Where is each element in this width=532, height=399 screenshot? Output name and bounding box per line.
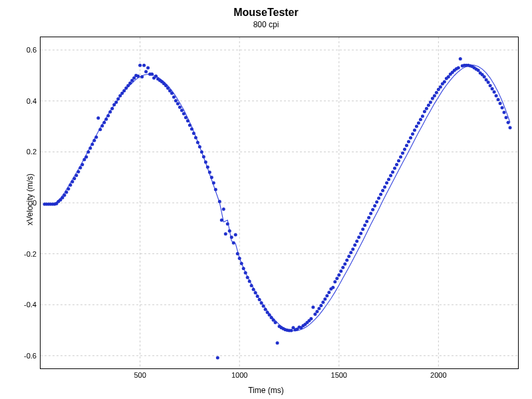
- svg-point-65: [150, 72, 154, 76]
- svg-point-47: [114, 100, 118, 104]
- svg-point-204: [427, 104, 430, 107]
- svg-point-114: [248, 279, 251, 283]
- svg-point-163: [345, 259, 348, 262]
- svg-point-146: [311, 306, 315, 309]
- svg-point-135: [289, 329, 293, 332]
- svg-point-160: [339, 269, 342, 273]
- svg-point-94: [208, 171, 211, 174]
- svg-point-26: [72, 177, 76, 180]
- svg-point-239: [497, 98, 500, 101]
- svg-point-235: [489, 84, 492, 87]
- plot-area[interactable]: 500100015002000-0.6-0.4-0.200.20.40.6: [40, 37, 519, 369]
- svg-point-108: [236, 252, 239, 255]
- svg-point-156: [331, 286, 334, 289]
- svg-point-81: [182, 112, 186, 115]
- svg-point-109: [238, 257, 241, 260]
- svg-point-192: [403, 148, 406, 151]
- svg-point-184: [387, 178, 390, 181]
- svg-point-85: [190, 127, 194, 130]
- svg-point-35: [90, 142, 94, 146]
- svg-point-27: [74, 174, 78, 177]
- svg-point-179: [377, 197, 380, 200]
- svg-point-75: [170, 92, 174, 95]
- svg-point-212: [443, 80, 446, 84]
- svg-point-34: [88, 146, 92, 150]
- svg-point-79: [178, 106, 182, 109]
- svg-point-22: [65, 190, 68, 194]
- svg-point-205: [429, 100, 432, 104]
- svg-point-122: [264, 308, 267, 311]
- svg-point-92: [204, 160, 207, 164]
- y-tick-label: 0.2: [27, 148, 37, 156]
- svg-point-190: [399, 156, 402, 159]
- svg-point-32: [84, 156, 88, 159]
- x-tick-label: 1500: [331, 371, 347, 379]
- svg-point-62: [144, 70, 148, 73]
- svg-point-191: [401, 152, 404, 155]
- svg-point-111: [242, 267, 245, 270]
- svg-point-104: [228, 229, 231, 233]
- x-tick-label: 500: [134, 371, 146, 379]
- svg-point-61: [142, 64, 146, 67]
- svg-point-174: [367, 216, 370, 219]
- scatter-points: [43, 57, 511, 359]
- svg-point-188: [395, 163, 398, 166]
- svg-point-82: [184, 116, 188, 119]
- chart-subtitle: 800 cpi: [0, 20, 532, 29]
- svg-point-153: [325, 294, 329, 297]
- svg-point-33: [86, 150, 90, 154]
- svg-point-157: [333, 280, 336, 283]
- svg-point-193: [405, 144, 408, 147]
- svg-point-203: [425, 107, 428, 110]
- svg-point-145: [309, 317, 313, 321]
- svg-point-181: [381, 189, 384, 192]
- svg-point-77: [174, 99, 178, 102]
- svg-point-152: [323, 297, 327, 301]
- svg-point-41: [102, 121, 106, 124]
- svg-point-87: [194, 136, 198, 139]
- svg-point-38: [96, 116, 100, 120]
- svg-point-171: [361, 227, 364, 231]
- y-tick-label: 0.6: [27, 46, 37, 54]
- svg-point-234: [487, 80, 490, 84]
- svg-point-237: [493, 90, 496, 94]
- svg-point-151: [321, 301, 325, 304]
- y-tick-label: -0.4: [24, 301, 37, 309]
- svg-point-121: [262, 305, 265, 308]
- svg-point-241: [501, 106, 504, 110]
- svg-point-45: [110, 107, 114, 110]
- svg-point-118: [256, 295, 259, 298]
- svg-point-208: [435, 91, 438, 94]
- svg-point-159: [337, 273, 340, 277]
- svg-point-21: [63, 194, 66, 197]
- svg-point-25: [70, 180, 74, 184]
- svg-point-150: [319, 304, 323, 307]
- svg-point-93: [206, 166, 209, 169]
- svg-point-28: [76, 170, 80, 174]
- svg-point-170: [359, 231, 362, 235]
- svg-point-240: [499, 102, 502, 105]
- svg-point-112: [244, 271, 247, 275]
- svg-point-115: [250, 284, 253, 287]
- svg-point-42: [104, 118, 108, 121]
- svg-point-173: [365, 219, 368, 223]
- svg-point-86: [192, 132, 196, 135]
- svg-point-244: [507, 121, 510, 124]
- svg-point-182: [383, 186, 386, 189]
- svg-point-110: [240, 262, 243, 265]
- svg-point-120: [260, 301, 263, 305]
- svg-point-107: [234, 233, 237, 236]
- svg-point-176: [371, 208, 374, 211]
- svg-point-243: [505, 116, 508, 119]
- svg-point-91: [202, 155, 205, 158]
- svg-point-242: [503, 111, 506, 114]
- svg-point-58: [136, 74, 140, 78]
- svg-point-40: [100, 124, 104, 128]
- svg-point-127: [274, 321, 277, 325]
- svg-point-116: [252, 288, 255, 291]
- svg-point-48: [116, 97, 120, 100]
- svg-point-189: [397, 159, 400, 162]
- svg-point-149: [317, 307, 321, 310]
- svg-point-84: [188, 124, 192, 127]
- svg-point-232: [483, 75, 486, 78]
